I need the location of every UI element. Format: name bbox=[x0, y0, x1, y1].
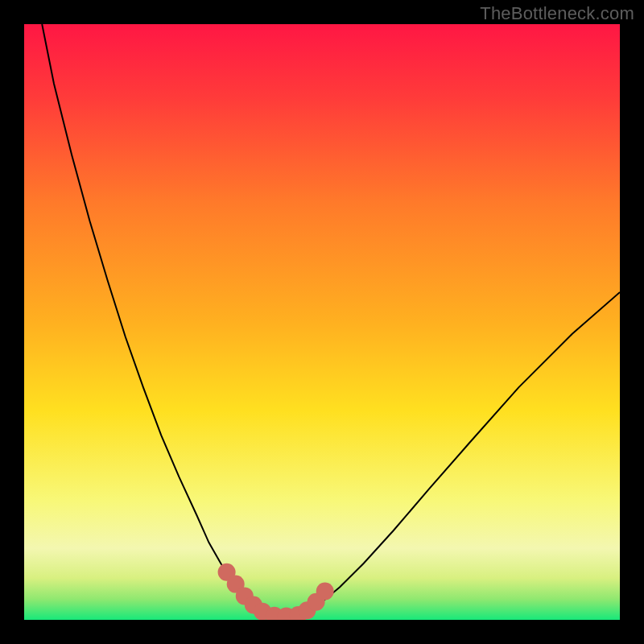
bottleneck-curve bbox=[42, 24, 620, 617]
curve-layer bbox=[24, 24, 620, 620]
watermark-text: TheBottleneck.com bbox=[480, 3, 634, 24]
marker-dot bbox=[316, 582, 334, 600]
marker-dots bbox=[218, 564, 334, 620]
plot-area bbox=[24, 24, 620, 620]
chart-frame: TheBottleneck.com bbox=[0, 0, 644, 644]
